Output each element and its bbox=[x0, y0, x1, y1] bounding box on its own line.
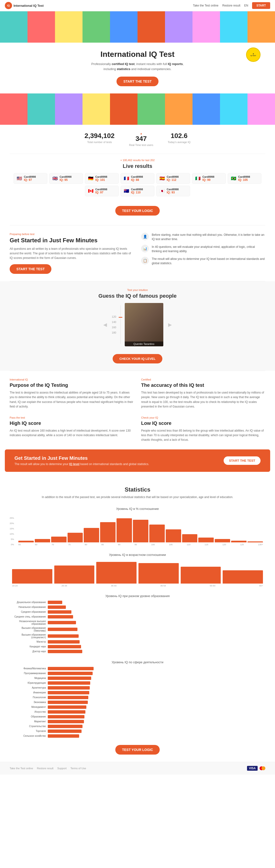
statistics-title: Statistics bbox=[10, 486, 265, 493]
chart-profession: Уровень IQ по сфере деятельности Физика/… bbox=[10, 660, 265, 738]
result-card: 🇫🇷Card8998IQ: 88 bbox=[120, 173, 155, 184]
feature-text-3: The result will allow you to determine y… bbox=[152, 257, 265, 266]
badge-text: IQ TEST bbox=[250, 55, 256, 56]
footer-payments: VISA bbox=[247, 766, 265, 771]
chart2-labels: 16-2425-3435-4445-5455-6465+ bbox=[10, 584, 265, 587]
stat-avg: 102.6 Today's average IQ bbox=[168, 132, 190, 147]
chart2-bar bbox=[96, 562, 137, 584]
stat-total: 2,394,102 Total number of tests bbox=[84, 132, 115, 147]
chart1-bar bbox=[231, 541, 247, 542]
get-started-right: 👤 Before starting, make sure that nothin… bbox=[141, 232, 265, 274]
get-started-button[interactable]: START THE TEST bbox=[10, 264, 51, 274]
hero-decoration-bottom bbox=[0, 93, 275, 125]
purpose-tag-2: Certified bbox=[141, 378, 265, 381]
chart1-bar bbox=[133, 520, 148, 542]
nav-lang[interactable]: EN bbox=[244, 4, 248, 7]
get-started-section: Preparing before test Get Started in Jus… bbox=[0, 225, 275, 281]
chart1-ylabels: 25%20%15%10%5%0% bbox=[10, 517, 15, 546]
footer-link[interactable]: Restore result bbox=[37, 767, 53, 770]
chart4-row: Инженерия bbox=[10, 691, 265, 694]
logo[interactable]: IQ International IQ Test bbox=[5, 2, 44, 9]
chart1-bar bbox=[149, 525, 165, 542]
feature-text-2: In 40 questions, we will evaluate your a… bbox=[152, 245, 265, 253]
stat-total-label: Total number of tests bbox=[84, 141, 115, 144]
famous-prev-arrow[interactable]: ◀ bbox=[103, 322, 107, 328]
chart4-bars: Физика/МатематикаПрограммированиеМедицин… bbox=[10, 667, 265, 738]
statistics-test-btn[interactable]: TEST YOUR LOGIC bbox=[115, 745, 160, 754]
stat-realtime-num: 347 bbox=[129, 135, 153, 143]
chart3-row: Магистр bbox=[10, 640, 265, 644]
chart1-axis: 5560707580859095100105110115120125130+ bbox=[16, 542, 265, 546]
purpose-title-1: Purpose of the IQ Testing bbox=[10, 382, 134, 388]
navbar: IQ International IQ Test Take the Test o… bbox=[0, 0, 275, 11]
result-card: 🇨🇦Card8998IQ: 97 bbox=[85, 186, 119, 196]
nav-restore[interactable]: Restore result bbox=[222, 4, 241, 7]
chart4-row: Маркетинг bbox=[10, 720, 265, 723]
stat-avg-num: 102.6 bbox=[168, 132, 190, 140]
get-started-text: All questions are all written by a team … bbox=[10, 247, 134, 260]
purpose-tag-1: International IQ bbox=[10, 378, 134, 381]
chart4-row: Психология bbox=[10, 696, 265, 699]
banner-sub: The result will allow you to determine y… bbox=[15, 462, 149, 466]
test-logic-cta: TEST YOUR LOGIC bbox=[5, 201, 270, 220]
test-logic-button[interactable]: TEST YOUR LOGIC bbox=[115, 206, 160, 216]
chart2-bar bbox=[181, 567, 221, 584]
purpose-tag-4: Check your IQ bbox=[141, 416, 265, 419]
check-iq-button[interactable]: CHECK YOUR IQ LEVEL bbox=[113, 354, 162, 364]
chart4-row: Архитектура bbox=[10, 686, 265, 689]
banner-start-button[interactable]: START THE TEST bbox=[224, 456, 260, 465]
result-card: 🇺🇸Card8998IQ: 97 bbox=[13, 173, 47, 184]
chart3-row: Высшее образование (специалист) bbox=[10, 633, 265, 639]
person-name: Quentin Tarantino bbox=[125, 342, 163, 346]
purpose-section: International IQ Purpose of the IQ Testi… bbox=[0, 371, 275, 416]
famous-next-arrow[interactable]: ▶ bbox=[168, 322, 172, 328]
nav-take-test[interactable]: Take the Test online bbox=[193, 4, 219, 7]
chart3-row: Кандидат наук bbox=[10, 645, 265, 648]
mc-right bbox=[262, 766, 265, 770]
feature-row-2: 📊 In 40 questions, we will evaluate your… bbox=[141, 245, 265, 253]
footer-link[interactable]: Support bbox=[57, 767, 67, 770]
chart4-row: Строительство bbox=[10, 725, 265, 728]
purpose-text-1: The test is designed to assess the intel… bbox=[10, 391, 134, 409]
result-card: 🇮🇹Card8998IQ: 99 bbox=[192, 173, 226, 184]
chart1-bar bbox=[116, 518, 132, 542]
logo-text: International IQ Test bbox=[13, 4, 44, 7]
chart4-row: Медицина bbox=[10, 677, 265, 680]
chart4-title: Уровень IQ по сфере деятельности bbox=[10, 660, 265, 664]
mastercard-badge bbox=[259, 766, 265, 770]
chart1-bar bbox=[18, 541, 34, 542]
get-started-tag: Preparing before test bbox=[10, 232, 134, 236]
result-card: 🇩🇪Card8998IQ: 101 bbox=[85, 173, 119, 184]
footer-link[interactable]: Terms of Use bbox=[71, 767, 86, 770]
nav-start-button[interactable]: START bbox=[252, 2, 270, 9]
chart2-bar bbox=[138, 563, 179, 584]
nav-links: Take the Test online Restore result EN S… bbox=[193, 2, 270, 9]
cta-banner: Get Started in Just Few Minutes The resu… bbox=[5, 450, 270, 472]
iq-label-160: 160 bbox=[112, 326, 116, 329]
chart2-bars bbox=[12, 559, 263, 584]
result-card: 🇬🇧Card8998IQ: 95 bbox=[49, 173, 83, 184]
get-started-left: Preparing before test Get Started in Jus… bbox=[10, 232, 134, 274]
hero-start-button[interactable]: START THE TEST bbox=[116, 76, 158, 86]
get-started-title: Get Started in Just Few Minutes bbox=[10, 237, 134, 244]
chart-iq-distribution: Уровень IQ в % соотношение 25%20%15%10%5… bbox=[10, 507, 265, 546]
stat-realtime: ▲ 347 Real Time test users bbox=[129, 132, 153, 147]
chart4-row: Юриспруденция bbox=[10, 681, 265, 685]
banner-left: Get Started in Just Few Minutes The resu… bbox=[15, 456, 149, 466]
live-results-section: + 100,462 results for last 202 Live resu… bbox=[0, 154, 275, 225]
analytics-icon: 📊 bbox=[141, 245, 149, 252]
hero-subtitle: Professionally certified IQ test, instan… bbox=[5, 62, 270, 72]
hero-title: International IQ Test bbox=[5, 50, 270, 59]
hero-section: ★ IQ TEST International IQ Test Professi… bbox=[0, 43, 275, 93]
chart1-bar bbox=[198, 537, 214, 542]
iq-scale-bar bbox=[120, 305, 121, 344]
chart-iq-age: Уровень IQ в возрастном соотношении 16-2… bbox=[10, 553, 265, 587]
chart1-bars bbox=[16, 514, 265, 542]
purpose-col-3: Pass the test High IQ score An IQ test r… bbox=[10, 416, 134, 442]
chart1-bar bbox=[84, 528, 99, 542]
purpose-text-2: This test has been developed by a team o… bbox=[141, 391, 265, 409]
chart4-row: Образование bbox=[10, 715, 265, 718]
footer-link[interactable]: Take the Test online bbox=[10, 767, 33, 770]
iq-label-140: 140 bbox=[112, 320, 116, 323]
chart1-title: Уровень IQ в % соотношение bbox=[10, 507, 265, 510]
